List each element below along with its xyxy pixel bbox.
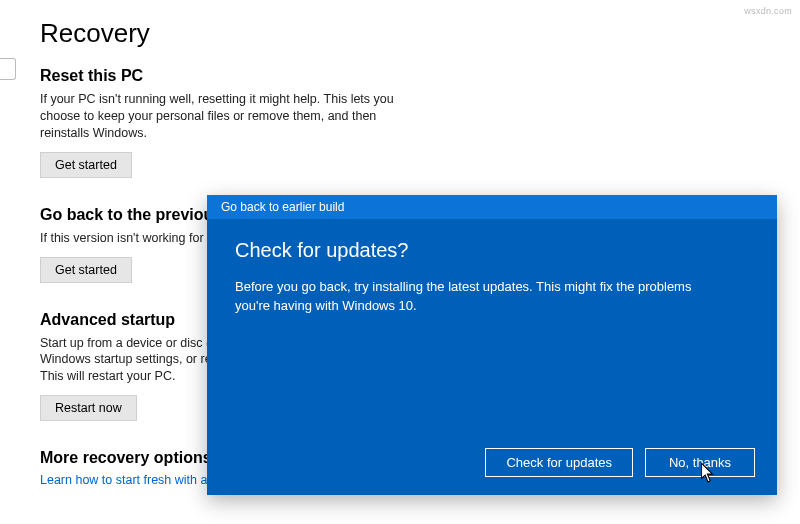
dialog-body: Check for updates? Before you go back, t… <box>207 219 777 336</box>
dialog-text: Before you go back, try installing the l… <box>235 278 715 316</box>
dialog-button-row: Check for updates No, thanks <box>485 448 755 477</box>
watermark: wsxdn.com <box>744 6 792 16</box>
reset-pc-get-started-button[interactable]: Get started <box>40 152 132 178</box>
go-back-dialog: Go back to earlier build Check for updat… <box>207 195 777 495</box>
restart-now-button[interactable]: Restart now <box>40 395 137 421</box>
reset-pc-heading: Reset this PC <box>40 67 780 85</box>
reset-pc-desc: If your PC isn't running well, resetting… <box>40 91 400 142</box>
dialog-heading: Check for updates? <box>235 239 749 262</box>
no-thanks-button[interactable]: No, thanks <box>645 448 755 477</box>
edge-handle[interactable] <box>0 58 16 80</box>
check-for-updates-button[interactable]: Check for updates <box>485 448 633 477</box>
reset-pc-section: Reset this PC If your PC isn't running w… <box>40 67 780 178</box>
page-title: Recovery <box>40 18 780 49</box>
dialog-titlebar: Go back to earlier build <box>207 195 777 219</box>
go-back-get-started-button[interactable]: Get started <box>40 257 132 283</box>
